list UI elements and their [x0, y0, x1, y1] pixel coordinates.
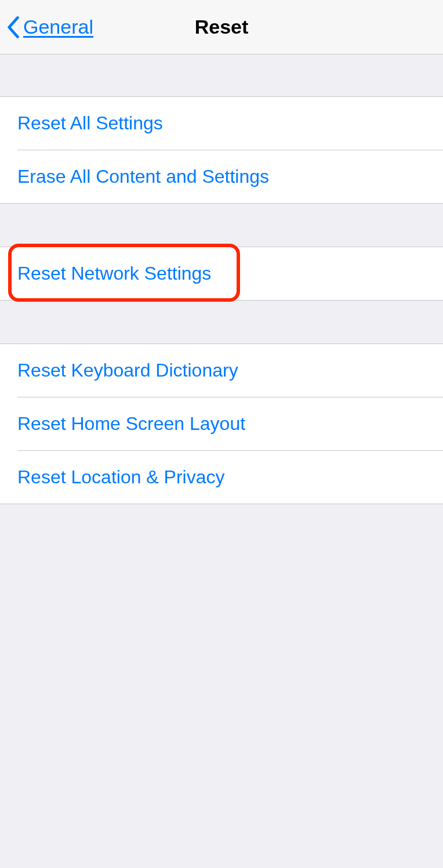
row-label: Reset Network Settings: [17, 263, 211, 284]
back-label: General: [23, 16, 93, 38]
section-other-resets: Reset Keyboard Dictionary Reset Home Scr…: [0, 343, 443, 504]
row-erase-all-content[interactable]: Erase All Content and Settings: [0, 150, 443, 203]
nav-bar: General Reset: [0, 0, 443, 55]
row-label: Reset All Settings: [17, 113, 163, 134]
section-gap: [0, 301, 443, 343]
section-gap: [0, 55, 443, 96]
row-label: Reset Keyboard Dictionary: [17, 360, 238, 381]
back-button[interactable]: General: [6, 15, 93, 40]
row-label: Erase All Content and Settings: [17, 166, 269, 187]
section-network: Reset Network Settings: [0, 247, 443, 301]
section-general-reset: Reset All Settings Erase All Content and…: [0, 96, 443, 204]
row-label: Reset Home Screen Layout: [17, 413, 245, 435]
row-reset-keyboard-dictionary[interactable]: Reset Keyboard Dictionary: [0, 344, 443, 397]
row-label: Reset Location & Privacy: [17, 466, 225, 488]
chevron-left-icon: [6, 15, 21, 40]
row-reset-network-settings[interactable]: Reset Network Settings: [0, 247, 443, 300]
row-reset-home-screen-layout[interactable]: Reset Home Screen Layout: [0, 397, 443, 450]
row-reset-all-settings[interactable]: Reset All Settings: [0, 97, 443, 150]
row-reset-location-privacy[interactable]: Reset Location & Privacy: [0, 451, 443, 504]
section-gap: [0, 204, 443, 247]
page-title: Reset: [195, 16, 249, 38]
